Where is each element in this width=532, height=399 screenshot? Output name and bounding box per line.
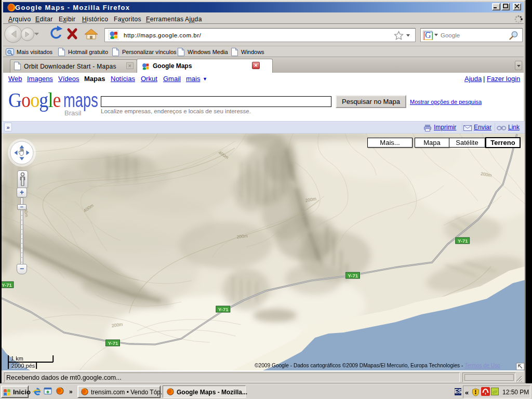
svg-text:©2009 Google - Dados cartográf: ©2009 Google - Dados cartográficos ©2009… xyxy=(255,363,500,368)
svg-text:Y-71: Y-71 xyxy=(458,238,468,244)
svg-text:1 km: 1 km xyxy=(11,355,23,362)
svg-text:Y-71: Y-71 xyxy=(108,340,118,346)
svg-text:2000 pés: 2000 pés xyxy=(11,363,35,369)
svg-text:Y-71: Y-71 xyxy=(2,282,12,288)
svg-text:Y-71: Y-71 xyxy=(218,307,229,312)
svg-text:Y-71: Y-71 xyxy=(348,273,358,278)
